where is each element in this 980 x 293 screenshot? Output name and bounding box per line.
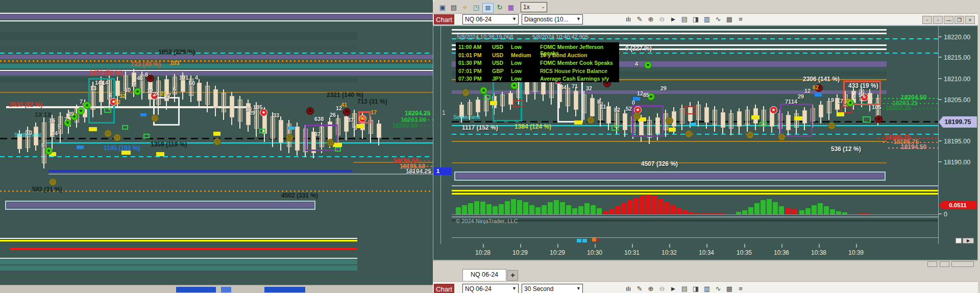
pause-signal-marker: ∷ xyxy=(213,138,221,145)
indicator-dropdown[interactable]: Diagnostic (10... ▼ xyxy=(522,14,583,25)
volume-bar xyxy=(773,202,778,214)
volume-bar xyxy=(603,211,608,214)
zoom-in-icon[interactable]: ⊕ xyxy=(646,15,656,24)
volume-bar xyxy=(736,212,741,214)
zoom-out-icon[interactable]: ⊖ xyxy=(657,15,667,24)
time-tick xyxy=(856,244,857,248)
zigzag-icon[interactable]: ∿ xyxy=(713,15,723,24)
cursor-icon[interactable]: ► xyxy=(668,15,678,24)
news-impact: Low xyxy=(511,60,522,66)
candlestick xyxy=(623,113,627,130)
zigzag-icon[interactable]: ∿ xyxy=(713,284,723,293)
pause-signal-marker: ∷ xyxy=(828,122,836,130)
resize-icon[interactable]: ◳ xyxy=(471,3,481,12)
scroll-right-button[interactable]: ▶ xyxy=(963,238,974,243)
scrollbar-thumb[interactable] xyxy=(955,238,962,243)
right-chart-plot[interactable]: ★★★★★★★★★✕✕✕✕∷∷∷∷∷∷∷∷0 (227 %)2306 (141 … xyxy=(452,26,938,244)
taskbar-item[interactable] xyxy=(264,287,305,292)
volume-bar xyxy=(615,206,620,214)
data-box-icon[interactable]: ▤ xyxy=(679,284,690,293)
chart-window-button-bottom[interactable]: Chart xyxy=(434,284,454,293)
pause-signal-marker: ∷ xyxy=(633,112,641,120)
window-buttons-partial[interactable] xyxy=(951,261,974,267)
news-event-row: 01:01 PMUSDMedium10-y Bond Auction xyxy=(456,52,619,59)
bottom-toolbar-icons: ılı✎⊕⊖►▤◨▥∿▩≡ xyxy=(623,284,746,293)
expand-icon[interactable]: ⊠ xyxy=(482,3,494,13)
pencil-icon[interactable]: ✎ xyxy=(634,15,645,24)
volume-bar xyxy=(542,205,547,214)
price-level-line xyxy=(0,78,357,83)
chart-label: 17 xyxy=(837,99,843,104)
chart-label: 32 xyxy=(119,93,126,99)
restore-button[interactable]: ❐ xyxy=(954,16,964,24)
zoom-in-icon[interactable]: ⊕ xyxy=(646,284,656,293)
data-key-icon[interactable]: ✧ xyxy=(460,3,470,12)
highlight-box xyxy=(288,127,295,130)
candlestick xyxy=(238,100,242,121)
chart-label: 18202.25 xyxy=(886,105,911,111)
instrument-dropdown[interactable]: NQ 06-24 ▼ xyxy=(462,14,519,25)
sell-signal-marker: ★ xyxy=(770,106,777,114)
interval-dropdown[interactable]: 30 Second ▼ xyxy=(522,284,583,293)
panel-right-button[interactable]: ▫ xyxy=(933,16,943,24)
data-box-icon[interactable]: ▤ xyxy=(679,15,690,24)
cancel-signal-marker: ✕ xyxy=(343,108,351,116)
volume-bar xyxy=(713,213,718,214)
chart-analyzer-icon[interactable]: ▥ xyxy=(702,15,712,24)
left-chart-plot[interactable]: ★★★★★★★★★★✕✕✕∷∷∷∷∷∷∷1653 (229 %)723 (49 … xyxy=(0,0,433,285)
price-level-line xyxy=(452,185,938,186)
region-icon[interactable]: ▩ xyxy=(724,15,734,24)
chart-label: 6 xyxy=(109,93,112,99)
flag-icon[interactable]: ◨ xyxy=(691,284,701,293)
taskbar-item[interactable] xyxy=(221,287,231,292)
chart-label: 536 (12 %) xyxy=(831,146,861,152)
print-icon[interactable]: ▤ xyxy=(449,3,459,12)
flag-icon[interactable]: ◨ xyxy=(691,15,701,24)
highlight-box xyxy=(305,125,338,151)
layers-icon[interactable]: ▦ xyxy=(506,3,516,12)
price-level-line xyxy=(452,29,887,31)
chart-label: 0 (227 %) xyxy=(625,45,652,52)
price-level-line xyxy=(452,237,938,238)
bar-chart-icon[interactable]: ılı xyxy=(623,15,633,24)
highlight-box xyxy=(577,239,581,242)
time-axis-label: 10:31 xyxy=(622,249,642,256)
tab-nq-06-24[interactable]: NQ 06-24 xyxy=(462,269,506,281)
price-level-line xyxy=(452,193,938,194)
chart-label: 37 xyxy=(314,132,321,137)
volume-bar xyxy=(511,199,516,214)
refresh-icon[interactable]: ↻ xyxy=(495,3,505,12)
volume-bar xyxy=(523,202,528,214)
zoom-multiplier-dropdown[interactable]: 1x ⌄ xyxy=(521,2,547,12)
chart-label: 4502 (331 %) xyxy=(281,192,318,199)
chart-label: 638 xyxy=(314,116,324,122)
right-time-axis[interactable]: 10:2810:2910:2910:3010:3110:3210:3410:35… xyxy=(452,244,978,260)
list-icon[interactable]: ≡ xyxy=(736,15,746,24)
volume-bar xyxy=(578,206,583,214)
chart-analyzer-icon[interactable]: ▥ xyxy=(702,284,712,293)
zoom-out-icon[interactable]: ⊖ xyxy=(657,284,667,293)
minimize-button[interactable]: — xyxy=(944,16,953,24)
panel-left-button[interactable]: ▫ xyxy=(922,16,932,24)
bar-chart-icon[interactable]: ılı xyxy=(623,284,633,293)
close-button[interactable]: × xyxy=(965,16,975,24)
taskbar-item[interactable] xyxy=(176,287,216,292)
add-tab-button[interactable]: + xyxy=(507,270,518,281)
pencil-icon[interactable]: ✎ xyxy=(634,284,645,293)
news-impact: Low xyxy=(511,68,522,74)
cursor-icon[interactable]: ► xyxy=(668,284,678,293)
volume-bar xyxy=(505,201,510,214)
cancel-signal-marker: ✕ xyxy=(875,115,883,123)
panel-button[interactable] xyxy=(927,261,937,267)
instrument-dropdown-bottom[interactable]: NQ 06-24 ▼ xyxy=(462,284,519,293)
chart-window-button[interactable]: Chart xyxy=(434,14,454,25)
region-icon[interactable]: ▩ xyxy=(724,284,734,293)
list-icon[interactable]: ≡ xyxy=(736,284,746,293)
news-currency: GBP xyxy=(492,68,504,74)
highlight-box xyxy=(484,95,491,100)
chart-label: 10 xyxy=(26,130,32,136)
right-price-axis[interactable]: 18220.0018215.0018210.0018205.0018195.00… xyxy=(938,26,978,244)
chart-label: 713 (31 %) xyxy=(357,99,387,105)
save-icon[interactable]: ▣ xyxy=(437,3,448,12)
panel-button[interactable] xyxy=(940,261,949,267)
